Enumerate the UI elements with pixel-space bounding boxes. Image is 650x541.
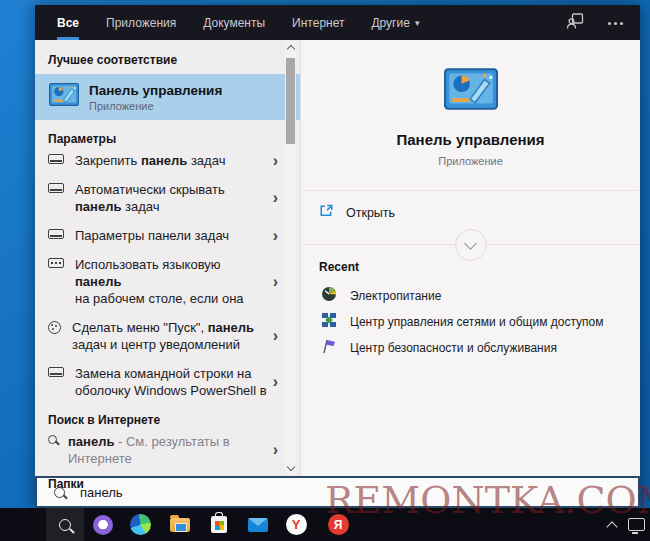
taskbar-icon: [48, 183, 64, 193]
chevron-right-icon: ›: [273, 189, 278, 207]
edge-browser-icon[interactable]: [128, 508, 152, 541]
recent-item-security-center[interactable]: Центр безопасности и обслуживания: [321, 338, 557, 358]
header-actions: [566, 5, 640, 40]
search-icon: [48, 435, 57, 444]
yandex-browser-icon[interactable]: Y: [284, 508, 308, 541]
open-label: Открыть: [346, 206, 395, 220]
settings-item-colors-start-taskbar[interactable]: Сделать меню "Пуск", панель задач и цент…: [35, 313, 300, 359]
search-results-body: Лучшее соответствие Панель управления Пр…: [35, 40, 640, 476]
control-panel-icon: [49, 82, 79, 112]
security-flag-icon: [321, 338, 337, 358]
microsoft-store-icon[interactable]: [207, 508, 231, 541]
section-folders: Папки: [35, 477, 300, 491]
settings-item-autohide-taskbar[interactable]: Автоматически скрывать панель задач ›: [35, 175, 300, 221]
tab-documents[interactable]: Документы: [203, 5, 265, 40]
scroll-up-icon[interactable]: [286, 45, 294, 53]
tab-all[interactable]: Все: [57, 5, 79, 40]
yandex-icon[interactable]: Я: [326, 508, 350, 541]
display-tray-icon[interactable]: [624, 508, 648, 541]
chevron-right-icon: ›: [273, 373, 278, 391]
personalization-palette-icon: [48, 321, 61, 334]
chevron-down-icon: ▾: [415, 18, 420, 28]
settings-item-powershell-replace[interactable]: Замена командной строки на оболочку Wind…: [35, 359, 300, 405]
web-search-result[interactable]: панель - См. результаты в Интернете ›: [35, 427, 300, 473]
taskbar-icon: [48, 367, 64, 377]
settings-item-taskbar-settings[interactable]: Параметры панели задач ›: [35, 221, 300, 250]
preview-title: Панель управления: [301, 131, 640, 148]
chevron-right-icon: ›: [273, 273, 278, 291]
best-match-result-control-panel[interactable]: Панель управления Приложение: [35, 74, 300, 120]
cortana-icon[interactable]: [91, 508, 115, 541]
results-scrollbar[interactable]: [285, 42, 296, 474]
scrollbar-thumb[interactable]: [286, 58, 295, 144]
expand-preview-button[interactable]: [455, 229, 487, 261]
search-icon: [54, 487, 65, 498]
settings-item-language-bar[interactable]: Использовать языковую панель на рабочем …: [35, 250, 300, 313]
taskbar: Y Я: [0, 508, 650, 541]
recent-item-network-center[interactable]: Центр управления сетями и общим доступом: [321, 312, 604, 332]
result-preview-panel: Панель управления Приложение Открыть Rec…: [300, 40, 640, 476]
network-center-icon: [321, 312, 337, 332]
recent-item-power-options[interactable]: Электропитание: [321, 286, 441, 306]
section-web-search: Поиск в Интернете: [35, 413, 300, 427]
recent-header: Recent: [319, 260, 359, 274]
chevron-down-icon: [464, 237, 477, 250]
best-match-title: Панель управления: [89, 83, 222, 98]
settings-item-pin-taskbar[interactable]: Закрепить панель задач ›: [35, 146, 300, 175]
divider: [303, 190, 638, 191]
tab-documents-label: Документы: [203, 16, 265, 30]
preview-subtitle: Приложение: [301, 155, 640, 167]
control-panel-icon-large: [444, 68, 498, 116]
section-best-match: Лучшее соответствие: [35, 40, 300, 67]
taskbar-icon: [48, 154, 64, 164]
search-flyout-window: Все Приложения Документы Интернет Другие…: [35, 5, 640, 508]
scroll-down-icon[interactable]: [286, 463, 294, 471]
results-list-panel: Лучшее соответствие Панель управления Пр…: [35, 40, 300, 476]
tab-more[interactable]: Другие▾: [371, 5, 419, 40]
chevron-right-icon: ›: [273, 327, 278, 345]
open-external-icon: [319, 203, 334, 222]
tab-all-label: Все: [57, 16, 79, 30]
best-match-subtitle: Приложение: [89, 100, 222, 112]
chevron-right-icon: ›: [273, 441, 278, 459]
language-bar-icon: [48, 258, 64, 268]
tab-apps-label: Приложения: [106, 16, 176, 30]
tab-web-label: Интернет: [292, 16, 344, 30]
taskbar-icon: [48, 229, 64, 239]
tab-web[interactable]: Интернет: [292, 5, 344, 40]
power-options-icon: [321, 286, 337, 306]
search-filter-bar: Все Приложения Документы Интернет Другие…: [35, 5, 640, 40]
chevron-right-icon: ›: [273, 152, 278, 170]
mail-icon[interactable]: [246, 508, 270, 541]
file-explorer-icon[interactable]: [168, 508, 192, 541]
feedback-icon[interactable]: [566, 13, 584, 33]
tray-expand-icon[interactable]: [600, 508, 624, 541]
tab-apps[interactable]: Приложения: [106, 5, 176, 40]
more-options-icon[interactable]: [608, 21, 624, 25]
tab-more-label: Другие: [371, 16, 409, 30]
section-settings: Параметры: [35, 132, 300, 146]
taskbar-search-icon[interactable]: [53, 508, 77, 541]
chevron-right-icon: ›: [273, 227, 278, 245]
open-action[interactable]: Открыть: [319, 203, 395, 222]
